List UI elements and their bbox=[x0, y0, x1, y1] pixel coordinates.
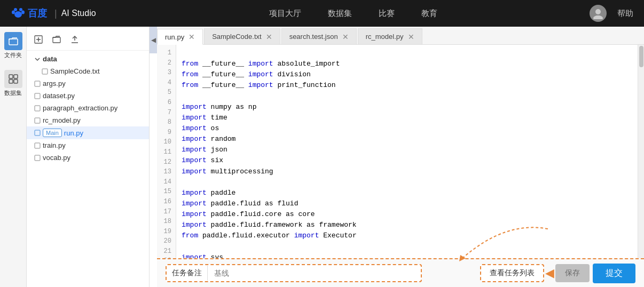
avatar[interactable] bbox=[590, 5, 607, 22]
file-icon bbox=[42, 68, 48, 75]
sidebar-files-icon[interactable] bbox=[4, 32, 22, 50]
svg-point-2 bbox=[21, 11, 25, 14]
tab-label: rc_model.py bbox=[366, 33, 404, 41]
code-editor[interactable]: 123456789101112131415161718192021222324 … bbox=[157, 45, 644, 258]
file-dataset[interactable]: dataset.py bbox=[27, 90, 149, 102]
file-icon bbox=[34, 117, 41, 124]
new-folder-button[interactable] bbox=[50, 33, 63, 46]
svg-point-5 bbox=[595, 9, 601, 14]
file-icon bbox=[34, 142, 41, 149]
svg-rect-25 bbox=[35, 155, 40, 161]
tab-run-py[interactable]: run.py ✕ bbox=[157, 29, 203, 45]
bottom-bar: 任务备注 查看任务列表 ◀ 保存 提交 bbox=[157, 258, 644, 287]
file-rc-model[interactable]: rc_model.py bbox=[27, 114, 149, 126]
logo: 百度 | AI Studio bbox=[11, 6, 96, 21]
tab-close-search-json[interactable]: ✕ bbox=[342, 33, 349, 41]
tab-close-run[interactable]: ✕ bbox=[189, 33, 195, 41]
file-paragraph-extraction[interactable]: paragraph_extraction.py bbox=[27, 102, 149, 114]
tab-close-samplecode[interactable]: ✕ bbox=[266, 33, 272, 41]
submit-button[interactable]: 提交 bbox=[593, 264, 635, 283]
topnav-right: 帮助 bbox=[590, 5, 633, 22]
topnav-menu: 项目大厅 数据集 比赛 教育 bbox=[117, 9, 590, 19]
svg-rect-19 bbox=[35, 81, 40, 86]
chevron-down-icon bbox=[34, 56, 41, 62]
sidebar-files-group: 文件夹 bbox=[4, 32, 22, 59]
collapse-panel-button[interactable]: ◀ bbox=[150, 27, 157, 53]
upload-icon bbox=[70, 35, 79, 44]
svg-rect-24 bbox=[35, 143, 40, 148]
baseline-input[interactable] bbox=[208, 266, 421, 281]
svg-point-1 bbox=[12, 11, 15, 14]
vertical-scrollbar[interactable] bbox=[638, 45, 644, 258]
line-numbers: 123456789101112131415161718192021222324 bbox=[157, 45, 176, 258]
svg-rect-20 bbox=[35, 93, 40, 99]
svg-rect-18 bbox=[42, 69, 48, 74]
menu-item-competition[interactable]: 比赛 bbox=[379, 9, 395, 19]
file-icon bbox=[34, 155, 41, 161]
file-icon bbox=[34, 105, 41, 111]
sidebar-dataset-label: 数据集 bbox=[4, 89, 22, 97]
arrow-right-icon: ◀ bbox=[545, 266, 554, 280]
file-icon bbox=[34, 130, 41, 136]
save-button[interactable]: 保存 bbox=[555, 264, 590, 282]
tab-label: run.py bbox=[165, 33, 184, 41]
task-input-inner: 任务备注 bbox=[167, 265, 421, 281]
svg-rect-22 bbox=[35, 118, 40, 123]
sidebar-icons: 文件夹 数据集 bbox=[0, 27, 27, 287]
menu-item-education[interactable]: 教育 bbox=[421, 9, 437, 19]
task-note-label: 任务备注 bbox=[167, 265, 207, 281]
right-actions: 查看任务列表 ◀ 保存 提交 bbox=[480, 264, 635, 283]
menu-item-projects[interactable]: 项目大厅 bbox=[269, 9, 301, 19]
svg-rect-11 bbox=[14, 79, 18, 83]
baidu-paw-icon bbox=[11, 6, 26, 21]
new-file-button[interactable] bbox=[32, 33, 45, 46]
file-args[interactable]: args.py bbox=[27, 77, 149, 90]
folder-data[interactable]: data bbox=[27, 53, 149, 65]
upload-button[interactable] bbox=[68, 33, 81, 46]
sidebar-files-label: 文件夹 bbox=[4, 51, 22, 59]
tab-samplecode[interactable]: SampleCode.txt ✕ bbox=[204, 28, 280, 44]
svg-rect-21 bbox=[35, 106, 40, 111]
svg-point-4 bbox=[19, 8, 22, 11]
svg-rect-23 bbox=[35, 130, 40, 135]
baidu-label: 百度 bbox=[28, 7, 47, 20]
editor-area: run.py ✕ SampleCode.txt ✕ search.test.js… bbox=[157, 27, 644, 287]
main-badge: Main bbox=[43, 129, 62, 137]
code-content[interactable]: from __future__ import absolute_import f… bbox=[176, 45, 638, 258]
folder-icon bbox=[9, 36, 18, 46]
avatar-icon bbox=[592, 7, 604, 19]
svg-point-0 bbox=[14, 11, 22, 18]
file-tree: data SampleCode.txt args.py dataset.py p… bbox=[27, 27, 150, 287]
svg-rect-10 bbox=[9, 79, 13, 83]
file-icon bbox=[34, 93, 41, 99]
svg-rect-7 bbox=[9, 39, 18, 45]
svg-rect-8 bbox=[9, 75, 13, 78]
view-tasks-button[interactable]: 查看任务列表 bbox=[480, 264, 544, 282]
file-vocab[interactable]: vocab.py bbox=[27, 152, 149, 164]
menu-item-datasets[interactable]: 数据集 bbox=[328, 9, 352, 19]
grid-icon bbox=[9, 74, 18, 84]
task-input-group: 任务备注 bbox=[166, 264, 422, 282]
svg-point-6 bbox=[593, 15, 603, 19]
file-icon bbox=[34, 81, 41, 87]
sidebar-dataset-icon[interactable] bbox=[4, 70, 22, 88]
file-tree-toolbar bbox=[27, 31, 149, 51]
tab-close-rc-model[interactable]: ✕ bbox=[408, 33, 414, 41]
aistudio-label: AI Studio bbox=[61, 9, 96, 18]
tab-rc-model[interactable]: rc_model.py ✕ bbox=[358, 28, 422, 44]
topnav: 百度 | AI Studio 项目大厅 数据集 比赛 教育 帮助 bbox=[0, 0, 644, 27]
svg-point-3 bbox=[14, 8, 17, 11]
svg-rect-9 bbox=[14, 75, 18, 78]
scrollbar-thumb[interactable] bbox=[639, 46, 643, 67]
file-train[interactable]: train.py bbox=[27, 139, 149, 152]
new-folder-icon bbox=[52, 35, 61, 44]
tab-search-json[interactable]: search.test.json ✕ bbox=[281, 28, 357, 44]
file-run[interactable]: Main run.py bbox=[27, 126, 149, 139]
help-link[interactable]: 帮助 bbox=[617, 9, 633, 19]
sidebar-dataset-group: 数据集 bbox=[4, 70, 22, 97]
main-layout: 文件夹 数据集 data SampleCo bbox=[0, 27, 644, 287]
logo-divider: | bbox=[54, 8, 57, 19]
tab-label: search.test.json bbox=[289, 33, 338, 41]
file-samplecode[interactable]: SampleCode.txt bbox=[27, 65, 149, 77]
svg-rect-15 bbox=[53, 37, 60, 43]
